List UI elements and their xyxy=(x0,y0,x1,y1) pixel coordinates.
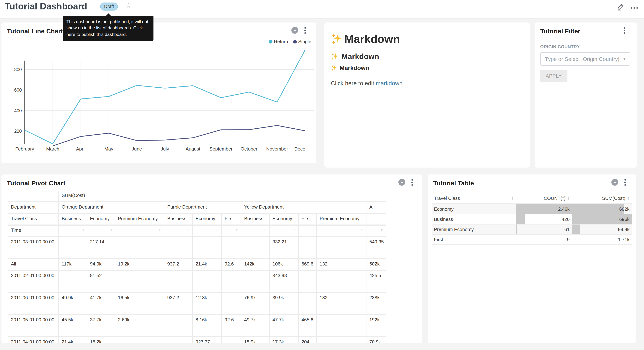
table-card: Tutorial Table Travel Class ▲▼ COUNT(*) … xyxy=(428,174,636,343)
pivot-value-cell: 70.9k xyxy=(366,337,386,343)
pivot-value-cell xyxy=(59,237,87,259)
pivot-value-cell: 8.16k xyxy=(193,315,222,337)
legend-dot xyxy=(269,40,272,43)
pivot-value-cell xyxy=(317,315,366,337)
markdown-heading-2: Markdown xyxy=(331,52,530,61)
kebab-icon[interactable] xyxy=(411,178,414,186)
publish-tooltip: This dashboard is not published, it will… xyxy=(63,16,154,41)
pivot-row: 2011-04-01 00:00:0021.4k15.2k927.7715.9k… xyxy=(8,337,386,343)
cell-travel-class: First xyxy=(432,234,516,244)
sort-icon[interactable]: ↓↑ xyxy=(293,228,295,232)
col-header-count[interactable]: COUNT(*) ▲▼ xyxy=(516,192,572,204)
select-placeholder: Type or Select [Origin Country] xyxy=(545,56,619,62)
sort-icon[interactable]: ▲▼ xyxy=(627,196,630,200)
sort-icon[interactable]: ↓↑ xyxy=(216,228,218,232)
kebab-icon[interactable] xyxy=(624,178,626,186)
pivot-value-cell: 37.7k xyxy=(87,315,115,337)
pivot-value-cell xyxy=(317,271,366,293)
markdown-link[interactable]: markdown xyxy=(376,80,402,86)
cell-sum-cost: 99.8k xyxy=(572,224,632,234)
pivot-value-cell xyxy=(241,237,270,259)
more-menu-icon[interactable] xyxy=(630,7,638,9)
pivot-value-cell: 94.9k xyxy=(87,259,115,271)
pivot-value-cell: 204 xyxy=(298,337,317,343)
pivot-sort-cell: ↓↑ xyxy=(317,226,366,237)
pivot-sort-cell: ↓↑ xyxy=(59,226,87,237)
origin-country-label: ORIGIN COUNTRY xyxy=(540,44,580,49)
pivot-value-cell xyxy=(59,271,87,293)
dashboard-page: Tutorial Dashboard Draft ☆ This dashboar… xyxy=(0,0,644,350)
cell-count: 61 xyxy=(516,224,572,234)
apply-button[interactable]: APPLY xyxy=(540,70,567,82)
cell-sum-cost: 602k xyxy=(572,204,632,214)
y-axis-tick: 200 xyxy=(14,128,22,134)
table-row: Premium Economy6199.8k xyxy=(432,224,632,234)
x-axis-label: December xyxy=(294,146,316,152)
pivot-metric-row: SUM(Cost) xyxy=(8,191,386,202)
pivot-value-cell: 117k xyxy=(59,259,87,271)
sort-icon[interactable]: ↓↑ xyxy=(81,228,84,232)
x-axis-label: August xyxy=(186,146,200,152)
star-icon[interactable]: ☆ xyxy=(125,1,132,10)
table-row: First91.71k xyxy=(432,234,632,244)
sort-icon[interactable]: ↓↑ xyxy=(311,228,314,232)
markdown-heading-3: Markdown xyxy=(331,64,530,72)
sort-icon[interactable]: ↓↑ xyxy=(187,228,190,232)
pivot-class-header: Premium Economy xyxy=(115,214,164,226)
pivot-class-header: Business xyxy=(164,214,193,226)
markdown-heading-1: Markdown xyxy=(331,33,530,46)
col-header-sum-cost[interactable]: SUM(Cost) ▲▼ xyxy=(572,192,632,204)
sort-icon[interactable]: ↓↑ xyxy=(264,228,266,232)
col-header-travel-class[interactable]: Travel Class ▲▼ xyxy=(432,192,516,204)
pivot-class-header: Business xyxy=(241,214,270,226)
pivot-table: SUM(Cost)DepartmentOrange DepartmentPurp… xyxy=(8,191,386,343)
pivot-class-axis-label: Travel Class xyxy=(8,214,59,226)
pivot-value-cell: 15.2k xyxy=(87,337,115,343)
cell-count: 420 xyxy=(516,214,572,224)
pivot-corner-cell xyxy=(8,191,59,202)
pivot-value-cell: 332.21 xyxy=(270,237,298,259)
sort-icon[interactable]: ▲▼ xyxy=(567,196,570,200)
cell-sum-cost: 696k xyxy=(572,214,632,224)
pivot-time-row: Time↓↑↓↑↓↑↓↑↓↑↓↑↓↑↓↑↓↑↓↑↓↑ xyxy=(8,226,386,237)
pivot-row-label: 2011-03-01 00:00:00 xyxy=(8,237,59,259)
pivot-class-header: First xyxy=(298,214,317,226)
table-row: Business420696k xyxy=(432,214,632,224)
origin-country-select[interactable]: Type or Select [Origin Country] ▼ xyxy=(540,52,630,66)
sort-icon[interactable]: ▲▼ xyxy=(512,196,514,200)
sort-icon[interactable]: ↓↑ xyxy=(380,228,383,232)
sort-icon[interactable]: ↓↑ xyxy=(109,228,112,232)
pivot-row-label: 2011-06-01 00:00:00 xyxy=(8,293,59,315)
pivot-value-cell: 12.3k xyxy=(193,293,222,315)
pivot-value-cell xyxy=(317,337,366,343)
pivot-row-label: 2011-04-01 00:00:00 xyxy=(8,337,59,343)
pivot-row: 2011-02-01 00:00:0081.52343.98425.5 xyxy=(8,271,386,293)
kebab-icon[interactable] xyxy=(623,26,626,34)
sort-icon[interactable]: ↓↑ xyxy=(361,228,363,232)
pivot-metric-header: SUM(Cost) xyxy=(59,191,386,202)
single-line xyxy=(53,126,305,146)
pivot-row-label: 2011-02-01 00:00:00 xyxy=(8,271,59,293)
pivot-dept-group: Yellow Department xyxy=(241,202,366,214)
sort-icon[interactable]: ↓↑ xyxy=(236,228,238,232)
pivot-value-cell xyxy=(164,237,193,259)
pivot-value-cell: 106k xyxy=(270,259,298,271)
pivot-value-cell xyxy=(222,337,241,343)
pivot-value-cell: 192k xyxy=(366,315,386,337)
edit-pencil-icon[interactable] xyxy=(617,2,625,10)
cell-travel-class: Economy xyxy=(432,204,516,214)
legend-item-return[interactable]: Return xyxy=(269,39,288,44)
table-header-row: Travel Class ▲▼ COUNT(*) ▲▼ SUM(Cost) ▲▼ xyxy=(432,192,632,204)
pivot-value-cell: 39.9k xyxy=(270,293,298,315)
filter-icon[interactable] xyxy=(398,179,405,186)
sparkles-icon xyxy=(331,33,343,45)
pivot-value-cell xyxy=(222,271,241,293)
sort-icon[interactable]: ↓↑ xyxy=(158,228,161,232)
draft-badge[interactable]: Draft xyxy=(100,2,118,10)
legend-item-single[interactable]: Single xyxy=(293,39,311,44)
x-axis-label: September xyxy=(210,146,233,152)
x-axis-label: February xyxy=(15,146,34,152)
proportion-bar xyxy=(516,224,518,234)
pivot-value-cell xyxy=(115,271,164,293)
filter-icon[interactable] xyxy=(611,179,618,186)
